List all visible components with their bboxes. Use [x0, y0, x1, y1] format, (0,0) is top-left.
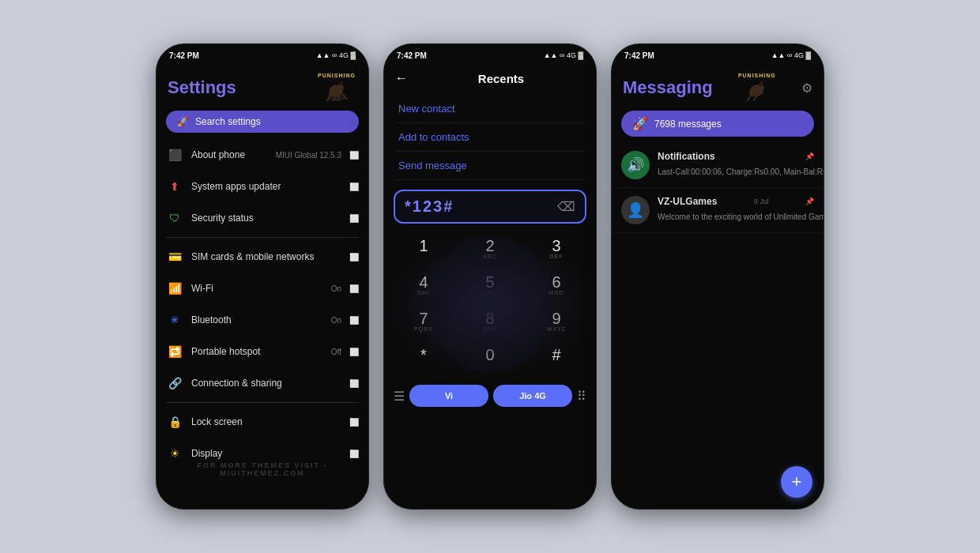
bluetooth-expand: ⬜: [349, 316, 359, 325]
game-logo-icon-msg: [742, 79, 772, 103]
dialer-input-area: *123# ⌫: [394, 190, 586, 224]
game-logo-text-msg: PUNISHING: [738, 73, 776, 79]
status-bar-dialer: 7:42 PM ▲▲ ∞ 4G ▓: [384, 44, 596, 66]
settings-item-connection[interactable]: 🔗 Connection & sharing ⬜: [156, 367, 368, 399]
notifications-name: Notifications: [658, 151, 715, 162]
bluetooth-icon: ✳: [166, 311, 183, 329]
settings-item-about[interactable]: ⬛ About phone MIUI Global 12.5.3 ⬜: [156, 139, 368, 171]
settings-item-security[interactable]: 🛡 Security status ⬜: [156, 202, 368, 234]
notifications-name-row: Notifications 📌: [658, 151, 814, 162]
bluetooth-label: Bluetooth: [191, 314, 323, 325]
hotspot-value: Off: [331, 348, 341, 356]
key-8[interactable]: 8 TUV: [457, 304, 523, 340]
settings-item-sim[interactable]: 💳 SIM cards & mobile networks ⬜: [156, 241, 368, 273]
security-expand: ⬜: [349, 214, 359, 223]
messaging-search-bar[interactable]: 🚀 7698 messages: [621, 111, 814, 137]
divider-2: [166, 402, 359, 403]
bluetooth-value: On: [331, 316, 341, 325]
notifications-avatar: 🔊: [621, 151, 650, 179]
key-7[interactable]: 7 PQRS: [390, 304, 457, 340]
about-icon: ⬛: [166, 146, 183, 164]
vz-preview: Welcome to the exciting world of Unlimit…: [658, 213, 824, 221]
status-time-dialer: 7:42 PM: [397, 51, 427, 60]
display-label: Display: [191, 448, 341, 459]
vz-name: VZ-ULGames: [658, 196, 717, 207]
settings-item-bluetooth[interactable]: ✳ Bluetooth On ⬜: [156, 304, 368, 336]
settings-gear-icon[interactable]: ⚙: [801, 81, 812, 96]
dialer-menu-icon[interactable]: ☰: [394, 389, 405, 404]
settings-item-display[interactable]: ☀ Display ⬜: [156, 438, 368, 469]
backspace-button[interactable]: ⌫: [557, 199, 575, 214]
search-bar[interactable]: 🚀 Search settings: [166, 111, 359, 133]
back-button[interactable]: ←: [395, 71, 408, 85]
key-1[interactable]: 1: [390, 231, 457, 268]
game-logo-text: PUNISHING: [318, 73, 356, 79]
game-logo-messaging: PUNISHING: [737, 71, 778, 104]
phone-dialer: 7:42 PM ▲▲ ∞ 4G ▓ ← Recents New contact …: [383, 43, 597, 510]
new-contact-option[interactable]: New contact: [395, 95, 585, 123]
key-0[interactable]: 0: [457, 340, 523, 377]
display-expand: ⬜: [349, 450, 359, 458]
settings-screen: Settings PUNISHING: [156, 66, 368, 509]
vz-avatar: 👤: [621, 196, 650, 224]
connection-icon: 🔗: [166, 374, 183, 392]
send-message-option[interactable]: Send message: [395, 152, 585, 180]
vz-content: VZ-ULGames 9 Jul 📌 Welcome to the exciti…: [658, 196, 814, 223]
hotspot-icon: 🔁: [166, 343, 183, 360]
dialer-screen: ← Recents New contact Add to contacts Se…: [384, 66, 596, 509]
key-9[interactable]: 9 WXYZ: [523, 304, 590, 340]
status-icons-dialer: ▲▲ ∞ 4G ▓: [544, 51, 583, 59]
msg-item-vz[interactable]: 👤 VZ-ULGames 9 Jul 📌 Welcome to the exci…: [612, 188, 824, 233]
messaging-screen: Messaging PUNISHING ⚙ 🚀 7698 messages: [612, 66, 824, 509]
settings-item-updater[interactable]: ⬆ System apps updater ⬜: [156, 171, 368, 202]
connection-expand: ⬜: [349, 379, 359, 388]
dialer-title: Recents: [417, 72, 585, 85]
key-star[interactable]: *: [390, 340, 457, 377]
dialer-number: *123#: [405, 198, 454, 216]
lockscreen-icon: 🔒: [166, 413, 183, 431]
settings-item-wifi[interactable]: 📶 Wi-Fi On ⬜: [156, 273, 368, 304]
key-hash[interactable]: #: [523, 340, 590, 377]
vz-pin: 📌: [805, 198, 814, 205]
sim-vi-button[interactable]: Vi: [409, 385, 488, 407]
sim-icon: 💳: [166, 248, 183, 265]
settings-list: ⬛ About phone MIUI Global 12.5.3 ⬜ ⬆ Sys…: [156, 139, 368, 509]
settings-item-hotspot[interactable]: 🔁 Portable hotspot Off ⬜: [156, 336, 368, 367]
settings-title: Settings: [168, 77, 236, 98]
sim-jio-button[interactable]: Jio 4G: [493, 385, 572, 407]
compose-fab-button[interactable]: +: [781, 466, 812, 498]
updater-expand: ⬜: [349, 182, 359, 191]
add-contacts-option[interactable]: Add to contacts: [395, 123, 585, 152]
wifi-expand: ⬜: [349, 284, 359, 293]
status-time-settings: 7:42 PM: [169, 51, 199, 60]
notifications-preview: Last-Call:00:00:06, Charge:Rs0.00, Main-…: [658, 167, 824, 176]
wifi-icon: 📶: [166, 280, 183, 297]
key-4[interactable]: 4 GHI: [390, 268, 457, 304]
msg-count-label: 7698 messages: [654, 118, 722, 130]
msg-item-notifications[interactable]: 🔊 Notifications 📌 Last-Call:00:00:06, Ch…: [612, 143, 824, 188]
key-5[interactable]: 5 JKL: [457, 268, 523, 304]
vz-date: 9 Jul: [754, 198, 769, 205]
search-icon: 🚀: [177, 116, 189, 127]
dialer-header: ← Recents: [384, 66, 596, 90]
wifi-value: On: [331, 284, 341, 293]
status-icons-messaging: ▲▲ ∞ 4G ▓: [771, 51, 811, 59]
status-icons-settings: ▲▲ ∞ 4G ▓: [316, 51, 356, 59]
key-3[interactable]: 3 DEF: [523, 231, 590, 268]
key-6[interactable]: 6 MNO: [523, 268, 590, 304]
notifications-avatar-icon: 🔊: [627, 156, 644, 174]
updater-label: System apps updater: [191, 181, 341, 192]
settings-header: Settings PUNISHING: [156, 66, 368, 107]
phone-messaging: 7:42 PM ▲▲ ∞ 4G ▓ Messaging PUNISHING ⚙ …: [611, 43, 824, 510]
about-expand: ⬜: [349, 151, 359, 160]
message-list: 🔊 Notifications 📌 Last-Call:00:00:06, Ch…: [612, 143, 824, 509]
vz-name-row: VZ-ULGames 9 Jul 📌: [658, 196, 814, 207]
dialer-keypad-icon[interactable]: ⠿: [577, 389, 586, 404]
security-label: Security status: [191, 213, 341, 224]
game-logo-settings: PUNISHING: [316, 71, 357, 104]
about-value: MIUI Global 12.5.3: [276, 151, 341, 160]
settings-item-lockscreen[interactable]: 🔒 Lock screen ⬜: [156, 406, 368, 438]
key-2[interactable]: 2 ABC: [457, 231, 523, 268]
status-time-messaging: 7:42 PM: [624, 51, 654, 60]
vz-avatar-icon: 👤: [627, 201, 644, 219]
